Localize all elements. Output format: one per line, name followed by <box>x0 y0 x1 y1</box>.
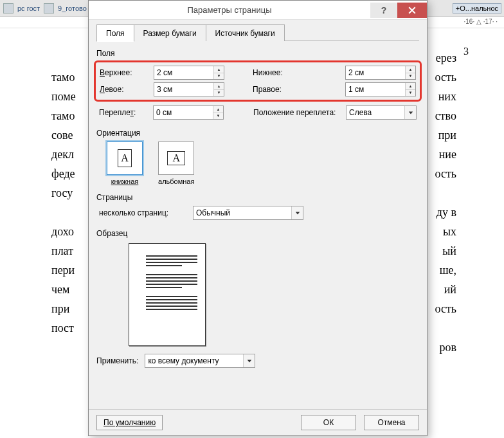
spin-up-icon[interactable]: ▲ <box>406 83 415 90</box>
portrait-icon: A <box>118 149 132 167</box>
label-gutter: Переплет: <box>99 108 149 117</box>
portrait-label: книжная <box>111 178 139 185</box>
spin-up-icon[interactable]: ▲ <box>406 66 415 73</box>
apply-to-field[interactable] <box>145 354 243 367</box>
margins-highlight: Верхнее: ▲▼ Нижнее: ▲▼ Левое: ▲▼ <box>94 60 422 102</box>
orientation-portrait[interactable]: A книжная <box>107 141 143 185</box>
title-bar: Параметры страницы ? <box>89 1 427 20</box>
spin-down-icon[interactable]: ▼ <box>213 113 223 120</box>
tab-strip: Поля Размер бумаги Источник бумаги <box>96 24 419 41</box>
spin-down-icon[interactable]: ▼ <box>214 90 224 96</box>
section-pages-label: Страницы <box>96 193 419 202</box>
input-right-margin[interactable]: ▲▼ <box>345 82 416 96</box>
gutter-position-field[interactable] <box>346 106 404 119</box>
label-top: Верхнее: <box>100 68 150 77</box>
spin-up-icon[interactable]: ▲ <box>214 66 224 73</box>
preview-page-icon <box>129 243 206 346</box>
spin-up-icon[interactable]: ▲ <box>213 106 223 113</box>
spin-up-icon[interactable]: ▲ <box>214 83 224 90</box>
svg-marker-3 <box>295 212 299 214</box>
help-button[interactable]: ? <box>370 3 397 18</box>
dialog-footer: По умолчанию ОК Отмена <box>89 409 427 435</box>
landscape-label: альбомная <box>158 178 194 185</box>
input-top-margin[interactable]: ▲▼ <box>154 66 224 80</box>
ok-button[interactable]: ОК <box>301 415 356 430</box>
open-doc-1[interactable]: рс гост <box>17 5 40 12</box>
dropdown-icon[interactable] <box>404 106 416 119</box>
cancel-button[interactable]: Отмена <box>364 415 419 430</box>
tab-fields[interactable]: Поля <box>96 24 134 42</box>
label-right: Правое: <box>253 85 341 94</box>
dialog-title: Параметры страницы <box>89 5 370 15</box>
spin-down-icon[interactable]: ▼ <box>406 73 415 80</box>
orientation-landscape[interactable]: A альбомная <box>158 141 194 185</box>
tab-paper-size[interactable]: Размер бумаги <box>134 24 206 41</box>
left-margin-field[interactable] <box>154 83 213 96</box>
label-left: Левое: <box>100 85 150 94</box>
tab-paper-source[interactable]: Источник бумаги <box>206 24 285 41</box>
right-margin-field[interactable] <box>346 83 405 96</box>
dropdown-icon[interactable] <box>291 206 303 219</box>
svg-marker-4 <box>248 360 251 362</box>
section-margins-label: Поля <box>96 49 419 58</box>
landscape-icon: A <box>167 151 185 165</box>
dropdown-icon[interactable] <box>243 354 255 367</box>
multiple-pages-field[interactable] <box>194 206 291 219</box>
top-margin-field[interactable] <box>154 66 213 79</box>
input-left-margin[interactable]: ▲▼ <box>154 82 224 96</box>
input-bottom-margin[interactable]: ▲▼ <box>345 66 416 80</box>
doc-icon <box>44 3 54 14</box>
label-gutter-position: Положение переплета: <box>253 108 342 117</box>
combo-gutter-position[interactable] <box>346 105 417 120</box>
bottom-margin-field[interactable] <box>346 66 405 79</box>
gutter-field[interactable] <box>154 106 213 119</box>
combo-multiple-pages[interactable] <box>193 206 303 220</box>
label-bottom: Нижнее: <box>253 68 341 77</box>
close-button[interactable] <box>397 3 427 18</box>
svg-marker-2 <box>408 111 412 114</box>
ruler-marks: ·16· △ ·17· · <box>464 18 498 25</box>
close-icon <box>408 6 416 14</box>
doc-icon <box>3 3 14 14</box>
open-doc-2[interactable]: 9_готово <box>58 5 87 12</box>
page-setup-dialog: Параметры страницы ? Поля Размер бумаги … <box>88 0 428 436</box>
section-orientation-label: Ориентация <box>96 129 419 138</box>
label-multiple-pages: несколько страниц: <box>99 208 189 217</box>
default-button[interactable]: По умолчанию <box>96 415 163 430</box>
combo-apply-to[interactable] <box>145 354 255 368</box>
input-gutter[interactable]: ▲▼ <box>153 105 224 120</box>
spin-down-icon[interactable]: ▼ <box>214 73 224 80</box>
label-apply-to: Применить: <box>96 356 138 365</box>
spin-down-icon[interactable]: ▼ <box>406 90 415 96</box>
right-badge: +О...нальнос <box>453 3 501 14</box>
page-number: 3 <box>464 42 469 61</box>
section-preview-label: Образец <box>96 229 419 238</box>
